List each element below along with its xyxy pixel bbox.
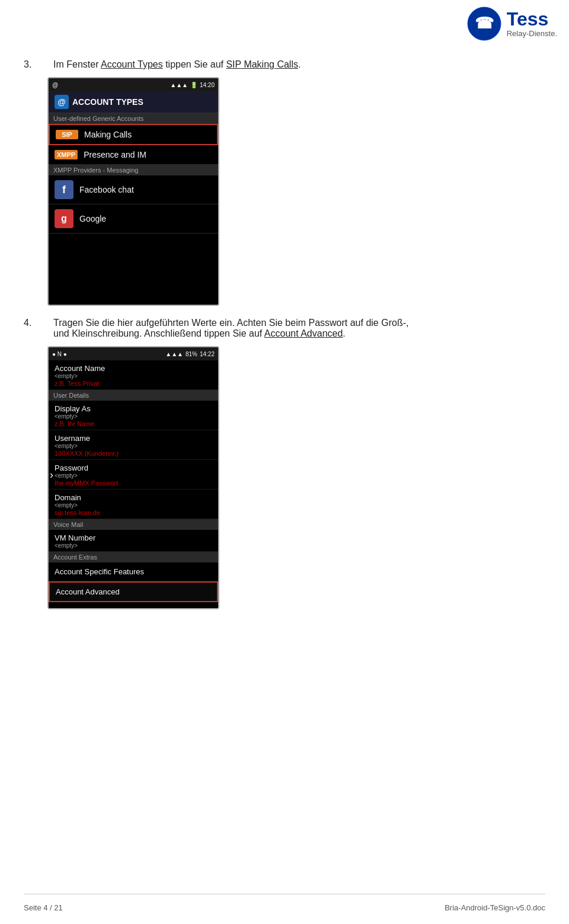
username-value: 100XXXX (Kundennr.): [55, 450, 212, 457]
account-advanced-link: Account Advanced: [264, 328, 343, 338]
status-bar-left-2: ● N ●: [52, 351, 67, 357]
username-hint: <empty>: [55, 443, 212, 449]
account-types-link: Account Types: [101, 59, 163, 69]
status-bar-right-2: ▲▲▲ 81% 14:22: [165, 351, 215, 357]
tess-logo-icon: ☎: [466, 6, 502, 41]
screenshot2: ● N ● ▲▲▲ 81% 14:22 Account Name <empty>…: [47, 346, 219, 609]
display-as-label: Display As: [55, 404, 212, 413]
svg-text:☎: ☎: [475, 14, 494, 32]
bottom-space: [49, 602, 218, 608]
sip-making-calls-item[interactable]: SIP Making Calls: [49, 124, 218, 145]
password-row[interactable]: Password <empty> Ihe myMMX Passwort: [49, 460, 218, 490]
account-name-value: z.B. Tess Privat: [55, 380, 212, 387]
section-label-1: User-defined Generic Accounts: [49, 113, 218, 124]
facebook-icon: f: [55, 180, 73, 199]
password-value: Ihe myMMX Passwort: [55, 479, 212, 487]
status-bar-1: @ ▲▲▲ 🔋 14:20: [49, 78, 218, 91]
brand-subtitle: Relay-Dienste.: [507, 30, 557, 38]
facebook-chat-label: Facebook chat: [79, 185, 134, 194]
status-time-2: 14:22: [200, 351, 215, 357]
display-as-hint: <empty>: [55, 413, 212, 420]
signal-icon: ▲▲▲: [170, 82, 188, 88]
xmpp-presence-item[interactable]: XMPP Presence and IM: [49, 145, 218, 165]
empty-space-1: [49, 234, 218, 305]
user-details-section: User Details: [49, 390, 218, 401]
voice-mail-section: Voice Mail: [49, 519, 218, 530]
brand-name: Tess: [507, 9, 557, 30]
xmpp-badge: XMPP: [55, 150, 78, 159]
account-advanced-row[interactable]: Account Advanced: [49, 581, 218, 602]
account-extras-section: Account Extras: [49, 552, 218, 562]
presence-im-label: Presence and IM: [84, 150, 146, 159]
logo-text: Tess Relay-Dienste.: [507, 9, 557, 38]
account-specific-features-row[interactable]: Account Specific Features: [49, 562, 218, 581]
sip-badge: SIP: [56, 130, 78, 139]
username-row[interactable]: Username <empty> 100XXXX (Kundennr.): [49, 430, 218, 460]
domain-value: sip.tess-kom.de: [55, 509, 212, 516]
app-title-bar-1: @ ACCOUNT TYPES: [49, 91, 218, 113]
password-hint: <empty>: [55, 472, 212, 479]
domain-row[interactable]: Domain <empty> sip.tess-kom.de: [49, 490, 218, 519]
vm-number-label: VM Number: [55, 533, 212, 542]
status-bar-left-1: @: [52, 82, 58, 88]
section-label-2: XMPP Providers - Messaging: [49, 165, 218, 175]
domain-hint: <empty>: [55, 502, 212, 509]
vm-number-row[interactable]: VM Number <empty>: [49, 530, 218, 552]
step3-line: 3. Im Fenster Account Types tippen Sie a…: [24, 59, 545, 70]
account-name-row[interactable]: Account Name <empty> z.B. Tess Privat: [49, 360, 218, 390]
status-at-icon: @: [52, 82, 58, 88]
step4-line: 4. Tragen Sie die hier aufgeführten Wert…: [24, 318, 545, 339]
display-as-value: z.B. Ihr Name: [55, 420, 212, 427]
status-bar-right-1: ▲▲▲ 🔋 14:20: [170, 82, 215, 88]
signal-icon-2: ▲▲▲: [165, 351, 183, 357]
page-footer: Seite 4 / 21 Bria-Android-TeSign-v5.0.do…: [0, 903, 569, 912]
status-time: 14:20: [200, 82, 215, 88]
at-icon: @: [55, 95, 69, 109]
account-name-hint: <empty>: [55, 373, 212, 379]
display-as-row[interactable]: Display As <empty> z.B. Ihr Name: [49, 401, 218, 430]
screenshot1: @ ▲▲▲ 🔋 14:20 @ ACCOUNT TYPES User-defin…: [47, 77, 219, 306]
battery-pct-2: 81%: [186, 351, 197, 357]
status-bar-2: ● N ● ▲▲▲ 81% 14:22: [49, 347, 218, 360]
making-calls-label: Making Calls: [84, 130, 132, 139]
main-content: 3. Im Fenster Account Types tippen Sie a…: [0, 0, 569, 633]
google-icon: g: [55, 209, 73, 228]
status-icons-2: ● N ●: [52, 351, 67, 357]
google-item[interactable]: g Google: [49, 204, 218, 234]
header: ☎ Tess Relay-Dienste.: [466, 6, 557, 41]
sip-making-calls-link: SIP Making Calls: [226, 59, 298, 69]
step4-text: Tragen Sie die hier aufgeführten Werte e…: [53, 318, 408, 339]
username-label: Username: [55, 434, 212, 443]
password-label: Password: [55, 463, 212, 472]
google-label: Google: [79, 214, 106, 223]
step3-number: 3.: [24, 59, 41, 70]
step3-text: Im Fenster Account Types tippen Sie auf …: [53, 59, 301, 70]
battery-icon: 🔋: [190, 82, 197, 88]
domain-label: Domain: [55, 493, 212, 502]
footer-line: [24, 894, 545, 894]
facebook-chat-item[interactable]: f Facebook chat: [49, 175, 218, 204]
page-number: Seite 4 / 21: [24, 903, 63, 912]
step4-number: 4.: [24, 318, 41, 328]
account-types-title: ACCOUNT TYPES: [72, 97, 143, 107]
filename: Bria-Android-TeSign-v5.0.doc: [445, 903, 545, 912]
account-name-label: Account Name: [55, 364, 212, 373]
vm-number-hint: <empty>: [55, 542, 212, 549]
